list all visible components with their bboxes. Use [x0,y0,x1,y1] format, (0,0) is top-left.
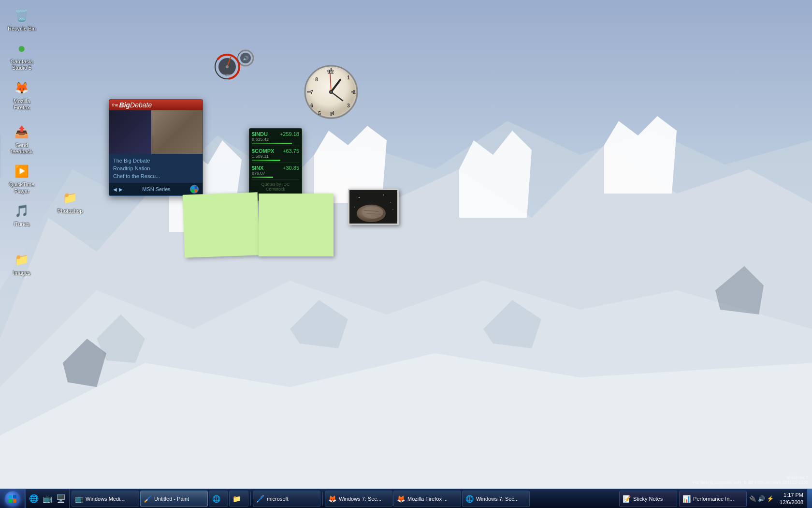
svg-text:9: 9 [327,69,330,75]
sticky-notes-icon: 📝 [623,495,630,503]
msn-item-2[interactable]: Chef to the Rescu... [113,172,199,180]
build-line1: Windows 7 [693,475,808,480]
itunes-label: iTunes [14,221,30,227]
sticky-note-2[interactable] [259,194,334,256]
taskbar-item-firefox2[interactable]: 🦊 Mozilla Firefox ... [393,491,461,507]
ms-label: microsoft [267,496,289,502]
stock-widget[interactable]: $INDU +259.18 8,635.42 $COMPX +63.75 1,5… [249,128,302,201]
performance-icon: 📊 [682,495,690,503]
performance-label: Performance In... [693,496,734,502]
quick-ie-icon[interactable]: 🌐 [28,493,40,505]
clock-svg: 12 1 2 3 4 5 6 7 8 9 [302,63,360,121]
recycle-bin-label: Recycle Bin [8,26,36,32]
taskbar-item-microsoft[interactable]: 🖊️ microsoft [253,491,320,507]
build-info: Windows 7 For testing purposes only. Bui… [693,475,808,485]
svg-rect-24 [191,186,194,189]
sticky-note-1[interactable] [183,192,260,257]
stock-bar-indu [252,143,292,144]
send-feedback-label: Send feedback [7,142,37,155]
desktop-icon-itunes[interactable]: 🎵 iTunes [5,200,39,229]
ie2-label: Windows 7: Sec... [476,496,519,502]
stock-bar-inx [252,177,273,178]
firefox-label: Mozilla Firefox [7,98,37,111]
sticky-notes-taskbar[interactable]: 📝 Sticky Notes [619,491,677,507]
svg-point-59 [354,207,355,208]
svg-rect-63 [9,499,12,503]
photo-content [349,190,397,224]
desktop-icon-photoshop[interactable]: 📁 Photoshop [53,187,87,216]
itunes-icon: 🎵 [13,202,30,220]
quick-media-icon[interactable]: 📺 [41,493,54,505]
quicktime-icon: ▶️ [13,163,30,180]
build-line2: For testing purposes only. Build 6956.wi… [693,480,808,485]
taskbar-item-ie[interactable]: 🌐 [209,491,228,507]
sticky-notes-label: Sticky Notes [633,496,663,502]
desktop-icons-container: 🗑️ Recycle Bin ● Camtasia Studio 5 🦊 Moz… [5,5,87,278]
msn-thumbnail [109,110,203,154]
svg-point-56 [359,197,360,198]
start-button[interactable] [0,489,25,508]
clock-widget[interactable]: 12 1 2 3 4 5 6 7 8 9 [302,63,360,121]
stock-bar-compx [252,160,280,161]
quicktime-label: QuickTime Player [7,181,37,194]
cpu-volume-gadget[interactable]: 9:2% 🔊 [213,48,256,84]
msn-video-widget[interactable]: the Big Debate The Big Debate Roadtrip N… [109,99,203,196]
ff1-label: Windows 7: Sec... [339,496,381,502]
stock-symbol-compx: $COMPX [252,148,274,154]
svg-text:🔊: 🔊 [243,55,249,61]
svg-text:4: 4 [332,111,334,116]
svg-rect-61 [9,495,12,498]
svg-marker-8 [0,353,812,508]
battery-tray-icon[interactable]: ⚡ [766,495,774,503]
clock-display[interactable]: 1:17 PM 12/6/2008 [780,492,803,506]
stock-value-compx: 1,509.31 [252,154,299,159]
stock-change-indu: +259.18 [280,131,299,137]
taskbar-item-ie2[interactable]: 🌐 Windows 7: Sec... [462,491,530,507]
taskbar-items: 📺 Windows Medi... 🖌️ Untitled - Paint 🌐 … [70,489,615,508]
svg-text:1: 1 [347,75,350,80]
desktop-icon-images[interactable]: 📁 Images [5,249,39,278]
taskbar-item-windows-media[interactable]: 📺 Windows Medi... [72,491,139,507]
photo-widget[interactable] [348,189,399,225]
desktop-icon-quicktime[interactable]: ▶️ QuickTime Player [5,161,39,196]
svg-text:7: 7 [310,90,313,95]
svg-rect-27 [195,190,197,192]
camtasia-label: Camtasia Studio 5 [7,59,37,71]
photoshop-label: Photoshop [58,208,83,214]
send-feedback-icon: 📤 [13,123,30,141]
msn-item-0[interactable]: The Big Debate [113,157,199,164]
performance-taskbar[interactable]: 📊 Performance In... [679,491,747,507]
msn-series-label: MSN Series [142,186,171,192]
taskbar-item-explorer[interactable]: 📁 [229,491,248,507]
svg-point-18 [226,65,229,68]
volume-tray-icon[interactable]: 🔊 [757,495,765,503]
ie-icon: 🌐 [212,495,220,503]
desktop-icon-recycle-bin[interactable]: 🗑️ Recycle Bin [5,5,39,34]
taskbar-item-paint[interactable]: 🖌️ Untitled - Paint [140,491,208,507]
network-tray-icon[interactable]: 🔌 [749,495,756,503]
taskbar: 🌐 📺 🖥️ 📺 Windows Medi... 🖌️ Untitled - P… [0,489,812,508]
svg-text:8: 8 [315,77,318,82]
images-icon: 📁 [13,251,30,269]
msn-footer: ◀ ▶ MSN Series [109,183,203,195]
svg-point-58 [390,202,391,203]
images-label: Images [13,270,30,276]
msn-item-1[interactable]: Roadtrip Nation [113,164,199,172]
tray-time: 1:17 PM [783,492,803,498]
taskbar-sep-1 [250,492,251,506]
show-desktop-corner[interactable] [807,489,812,508]
svg-rect-26 [191,190,194,192]
desktop-icon-camtasia[interactable]: ● Camtasia Studio 5 [5,38,39,73]
desktop-icon-firefox[interactable]: 🦊 Mozilla Firefox [5,77,39,113]
desktop-icon-send-feedback[interactable]: 📤 Send feedback [5,121,39,157]
windows-media-label: Windows Medi... [86,496,125,502]
ff2-icon: 🦊 [397,495,405,503]
msn-nav[interactable]: ◀ ▶ [113,187,123,192]
msn-header: the Big Debate [109,100,203,110]
ie2-icon: 🌐 [465,495,473,503]
quick-show-desktop-icon[interactable]: 🖥️ [55,493,67,505]
taskbar-item-firefox1[interactable]: 🦊 Windows 7: Sec... [325,491,392,507]
stock-value-indu: 8,635.42 [252,137,299,142]
gadget-svg: 9:2% 🔊 [213,48,256,82]
recycle-bin-icon: 🗑️ [13,7,30,24]
